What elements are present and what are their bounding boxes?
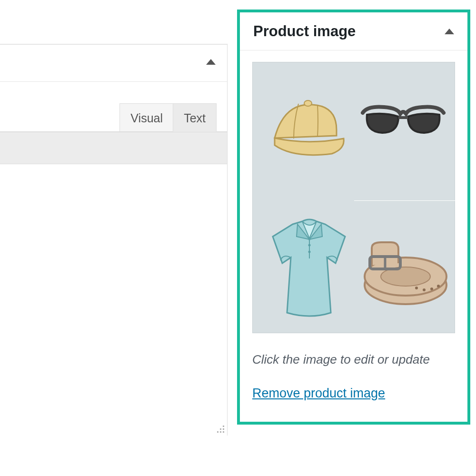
svg-point-10 xyxy=(415,287,418,289)
editor-metabox-header[interactable] xyxy=(0,44,227,82)
svg-point-0 xyxy=(304,100,312,106)
svg-point-4 xyxy=(308,251,311,253)
editor-content-area[interactable] xyxy=(0,164,227,436)
product-image-body: Click the image to edit or update Remove… xyxy=(240,50,467,401)
collapse-icon[interactable] xyxy=(206,59,216,65)
belt-icon xyxy=(360,239,451,311)
svg-point-13 xyxy=(437,285,440,288)
tab-text[interactable]: Text xyxy=(173,103,217,132)
thumbnail-divider xyxy=(354,200,456,201)
resize-grip-icon[interactable] xyxy=(214,422,224,433)
post-editor-panel: Visual Text xyxy=(0,44,228,436)
product-image-metabox: Product image xyxy=(237,10,470,425)
collapse-icon[interactable] xyxy=(445,29,454,34)
editor-toolbar xyxy=(0,132,227,164)
editor-tab-bar: Visual Text xyxy=(0,82,227,132)
svg-point-3 xyxy=(308,244,311,247)
product-image-header[interactable]: Product image xyxy=(240,12,467,50)
svg-point-12 xyxy=(430,288,433,290)
remove-product-image-link[interactable]: Remove product image xyxy=(252,386,385,401)
tab-visual[interactable]: Visual xyxy=(119,103,174,132)
product-image-title: Product image xyxy=(253,23,356,40)
product-image-thumbnail[interactable] xyxy=(252,62,455,333)
polo-shirt-icon xyxy=(264,218,355,322)
cap-icon xyxy=(265,93,346,159)
svg-point-11 xyxy=(423,288,426,291)
product-image-help-text: Click the image to edit or update xyxy=(252,352,455,367)
sunglasses-icon xyxy=(360,103,446,146)
